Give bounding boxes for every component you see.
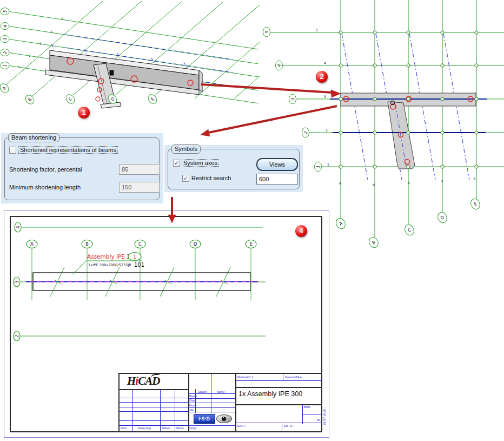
- svg-text:4: 4: [324, 61, 326, 65]
- svg-text:2: 2: [14, 334, 19, 337]
- titleblock-line: [283, 374, 283, 380]
- cad-label: CAD: [189, 409, 194, 411]
- restrict-search-label: Restrict search: [191, 175, 231, 181]
- svg-text:1: 1: [18, 65, 20, 69]
- ers-f-label: Ers. f.:: [237, 424, 246, 427]
- zust-label: Zust.: [121, 426, 127, 430]
- titleblock-line: [188, 412, 235, 412]
- svg-text:C: C: [408, 181, 410, 185]
- svg-text:4: 4: [15, 226, 21, 228]
- titleblock-line: [302, 414, 322, 414]
- svg-text:E: E: [249, 241, 252, 247]
- symbols-title: Symbols: [171, 144, 201, 154]
- isd-eye-icon: [216, 414, 232, 423]
- svg-text:2: 2: [29, 54, 31, 57]
- view1-isometric-view: 5 4 3 2 1 A B C D E 5 4 3 2 1: [0, 0, 260, 127]
- svg-text:4: 4: [50, 30, 52, 34]
- system-axes-checkbox[interactable]: ✓: [173, 160, 180, 167]
- views-button[interactable]: Views: [256, 158, 298, 171]
- shortening-factor-label: Shortening factor, percental: [9, 166, 82, 173]
- col-datum-header: Datum: [198, 390, 207, 393]
- svg-text:5: 5: [316, 28, 318, 32]
- svg-text:A: A: [339, 181, 342, 185]
- drawing-sheet: Assembly IPE 300 1 1xIPE 300x2000/S235JR…: [4, 210, 329, 438]
- symbols-groupbox: Symbols ✓ System axes Views ✓ Restrict s…: [168, 149, 300, 189]
- scale-value: Maßstab1:1: [237, 376, 253, 379]
- gepr-label: Gepr.: [189, 399, 196, 402]
- titleblock-line: [120, 425, 188, 426]
- title-block: HiCAD Zust. Änderung Datum Name Datum Na…: [118, 373, 322, 432]
- revision-table-rows: [120, 389, 188, 425]
- titleblock-line: [235, 380, 322, 381]
- restrict-search-input[interactable]: [256, 174, 298, 185]
- sheet-date-vertical: 29.07.2015: [323, 401, 329, 433]
- badge-1: 1: [78, 107, 90, 119]
- shortened-representations-checkbox[interactable]: [9, 147, 16, 154]
- blatt-label: Blatt: [304, 405, 310, 409]
- isd-logo-text: I·S·D: [194, 414, 215, 424]
- svg-text:D: D: [194, 241, 197, 247]
- view2-vertical-axis-lines: [341, 0, 476, 237]
- beam-shortening-title: Beam shortening: [8, 133, 59, 142]
- datum-label: Datum: [162, 426, 170, 430]
- minimum-shortening-label: Minimum shortening length: [9, 184, 81, 190]
- view1-number-axis-lines: [8, 11, 258, 103]
- position-oval-number: 1: [133, 254, 136, 260]
- svg-text:E: E: [474, 177, 476, 181]
- titleblock-line: [235, 423, 322, 423]
- isd-logo: I·S·D: [190, 413, 235, 424]
- svg-text:C: C: [138, 241, 142, 247]
- svg-text:5: 5: [61, 17, 63, 21]
- part-designation: 1xIPE 300x2000/S235JR: [88, 263, 131, 267]
- hicad-logo: HiCAD: [127, 374, 160, 388]
- svg-text:B: B: [85, 241, 89, 247]
- titleblock-line: [188, 425, 235, 426]
- sheet-part-label: Assembly IPE 300 1 1xIPE 300x2000/S235JR…: [72, 253, 144, 275]
- svg-text:2: 2: [326, 128, 328, 132]
- svg-text:1: 1: [327, 162, 329, 166]
- aenderung-label: Änderung: [138, 426, 151, 430]
- beam-shortening-groupbox: Beam shortening Shortened representation…: [4, 137, 160, 200]
- symbols-panel: Symbols ✓ System axes Views ✓ Restrict s…: [164, 145, 303, 192]
- svg-text:3: 3: [324, 95, 326, 98]
- ers-d-label: Ers. d.:: [284, 424, 293, 427]
- svg-text:3: 3: [39, 42, 42, 45]
- svg-text:A: A: [30, 241, 34, 247]
- badge-2: 2: [316, 71, 328, 83]
- titleblock-divider: [235, 387, 322, 388]
- bearb-label: Bearb.: [189, 394, 198, 398]
- sheet-main-title: 1x Assembly IPE 300: [238, 390, 302, 398]
- minimum-shortening-input[interactable]: [119, 182, 160, 193]
- page: 5 4 3 2 1 A B C D E 5 4 3 2 1: [0, 0, 504, 441]
- position-number: 101: [134, 262, 144, 268]
- restrict-search-checkbox[interactable]: ✓: [182, 175, 189, 182]
- titleblock-line: [188, 407, 235, 408]
- bl-label: Bl.: [302, 418, 321, 422]
- beam-shortening-panel: Beam shortening Shortened representation…: [1, 133, 163, 203]
- svg-text:D: D: [441, 179, 443, 183]
- norm-label: Norm: [189, 404, 196, 407]
- shortened-representations-label: Shortened representations of beams: [19, 147, 117, 153]
- svg-text:B: B: [373, 183, 375, 187]
- shortening-factor-input[interactable]: [119, 164, 160, 175]
- urspr-label: Urspr.: [189, 426, 197, 430]
- col-name-header: Name: [217, 390, 225, 393]
- system-axes-label: System axes: [182, 160, 218, 166]
- badge-4: 4: [295, 225, 307, 237]
- svg-text:3: 3: [14, 280, 19, 283]
- name-label: Name: [176, 426, 184, 430]
- titleblock-line: [282, 423, 282, 431]
- weight-value: Gewicht84.4: [285, 376, 302, 379]
